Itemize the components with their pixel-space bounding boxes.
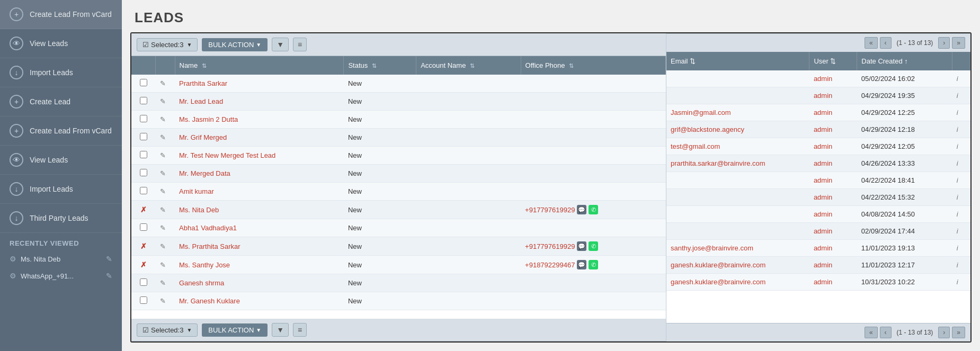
- user-link[interactable]: admin: [814, 142, 832, 150]
- lead-name-link[interactable]: Ms. Jasmin 2 Dutta: [179, 115, 238, 123]
- x-mark[interactable]: ✗: [140, 242, 147, 250]
- recently-item-nita-deb[interactable]: ⚙ Ms. Nita Deb ✎: [0, 250, 122, 267]
- edit-icon-nita[interactable]: ✎: [106, 255, 112, 263]
- lead-name-link[interactable]: Mr. Lead Lead: [179, 97, 223, 105]
- sidebar-item-create-lead[interactable]: + Create Lead: [0, 87, 122, 116]
- sidebar-item-create-lead-vcard-1[interactable]: + Create Lead From vCard: [0, 0, 122, 29]
- th-phone[interactable]: Office Phone ⇅: [521, 56, 665, 75]
- user-link[interactable]: admin: [814, 109, 832, 116]
- recently-item-whatsapp[interactable]: ⚙ WhatsApp_+91... ✎: [0, 267, 122, 284]
- th-email[interactable]: Email ⇅: [666, 52, 809, 70]
- user-link[interactable]: admin: [814, 193, 832, 201]
- lead-name-link[interactable]: Abha1 Vadhadiya1: [179, 224, 237, 232]
- email-link[interactable]: grif@blackstone.agency: [671, 125, 744, 133]
- pag-last-top[interactable]: »: [952, 37, 965, 49]
- user-link[interactable]: admin: [814, 227, 832, 235]
- row-checkbox[interactable]: [140, 223, 147, 231]
- user-link[interactable]: admin: [814, 278, 832, 286]
- user-link[interactable]: admin: [814, 244, 832, 252]
- info-icon[interactable]: i: [957, 125, 958, 133]
- pag-first-bottom[interactable]: «: [865, 327, 878, 338]
- pag-next-bottom[interactable]: ›: [938, 327, 950, 338]
- edit-icon[interactable]: ✎: [160, 206, 166, 214]
- row-checkbox[interactable]: [140, 169, 147, 176]
- edit-icon[interactable]: ✎: [160, 115, 166, 123]
- th-user[interactable]: User ⇅: [809, 52, 857, 70]
- edit-icon[interactable]: ✎: [160, 261, 166, 269]
- whatsapp-icon[interactable]: ✆: [589, 205, 598, 214]
- user-link[interactable]: admin: [814, 176, 832, 184]
- email-link[interactable]: ganesh.kuklare@brainvire.com: [671, 261, 765, 269]
- user-link[interactable]: admin: [814, 125, 832, 133]
- edit-icon[interactable]: ✎: [160, 187, 166, 195]
- pag-prev-bottom[interactable]: ‹: [880, 327, 892, 338]
- row-checkbox[interactable]: [140, 151, 147, 158]
- selected-badge-bottom[interactable]: ☑ Selected:3 ▼: [137, 323, 198, 337]
- info-icon[interactable]: i: [957, 278, 958, 286]
- email-link[interactable]: test@gmail.com: [671, 142, 720, 150]
- pag-last-bottom[interactable]: »: [952, 327, 965, 338]
- selected-badge-top[interactable]: ☑ Selected:3 ▼: [137, 38, 198, 51]
- edit-icon[interactable]: ✎: [160, 224, 166, 232]
- user-link[interactable]: admin: [814, 159, 832, 167]
- row-checkbox[interactable]: [140, 278, 147, 286]
- user-link[interactable]: admin: [814, 92, 832, 100]
- edit-icon-whatsapp[interactable]: ✎: [106, 272, 112, 280]
- info-icon[interactable]: i: [957, 109, 958, 116]
- edit-icon[interactable]: ✎: [160, 151, 166, 159]
- sidebar-item-view-leads-1[interactable]: 👁 View Leads: [0, 29, 122, 58]
- lead-name-link[interactable]: Mr. Merged Data: [179, 169, 230, 177]
- pag-prev-top[interactable]: ‹: [880, 37, 892, 49]
- row-checkbox[interactable]: [140, 79, 147, 86]
- email-link[interactable]: prarthita.sarkar@brainvire.com: [671, 159, 765, 167]
- columns-button-bottom[interactable]: ≡: [293, 323, 307, 337]
- lead-name-link[interactable]: Mr. Grif Merged: [179, 133, 227, 141]
- info-icon[interactable]: i: [957, 92, 958, 100]
- info-icon[interactable]: i: [957, 193, 958, 201]
- lead-name-link[interactable]: Ms. Nita Deb: [179, 206, 219, 214]
- email-link[interactable]: ganesh.kuklare@brainvire.com: [671, 278, 765, 286]
- edit-icon[interactable]: ✎: [160, 169, 166, 177]
- user-link[interactable]: admin: [814, 75, 832, 83]
- whatsapp-icon[interactable]: ✆: [589, 260, 598, 269]
- user-link[interactable]: admin: [814, 261, 832, 269]
- filter-button-top[interactable]: ▼: [272, 38, 289, 51]
- edit-icon[interactable]: ✎: [160, 297, 166, 305]
- phone-link[interactable]: +917797619929: [525, 242, 575, 250]
- lead-name-link[interactable]: Prarthita Sarkar: [179, 79, 227, 87]
- filter-button-bottom[interactable]: ▼: [272, 323, 289, 337]
- info-icon[interactable]: i: [957, 142, 958, 150]
- info-icon[interactable]: i: [957, 159, 958, 167]
- user-link[interactable]: admin: [814, 210, 832, 218]
- row-checkbox[interactable]: [140, 97, 147, 104]
- info-icon[interactable]: i: [957, 75, 958, 83]
- row-checkbox[interactable]: [140, 296, 147, 304]
- sidebar-item-import-leads-1[interactable]: ↓ Import Leads: [0, 58, 122, 87]
- row-checkbox[interactable]: [140, 133, 147, 140]
- lead-name-link[interactable]: Ms. Prarthita Sarkar: [179, 242, 240, 250]
- lead-name-link[interactable]: Amit kumar: [179, 187, 214, 195]
- th-status[interactable]: Status ⇅: [344, 56, 416, 75]
- sidebar-item-create-lead-vcard-2[interactable]: + Create Lead From vCard: [0, 116, 122, 146]
- edit-icon[interactable]: ✎: [160, 79, 166, 87]
- email-link[interactable]: santhy.jose@brainvire.com: [671, 244, 753, 252]
- pag-next-top[interactable]: ›: [938, 37, 950, 49]
- email-link[interactable]: Jasmin@gmail.com: [671, 109, 731, 116]
- info-icon[interactable]: i: [957, 227, 958, 235]
- lead-name-link[interactable]: Mr. Ganesh Kuklare: [179, 297, 240, 305]
- x-mark[interactable]: ✗: [140, 260, 147, 269]
- bulk-action-button-bottom[interactable]: BULK ACTION ▼: [202, 323, 268, 337]
- edit-icon[interactable]: ✎: [160, 242, 166, 250]
- info-icon[interactable]: i: [957, 244, 958, 252]
- row-checkbox[interactable]: [140, 187, 147, 194]
- lead-name-link[interactable]: Ms. Santhy Jose: [179, 261, 230, 269]
- edit-icon[interactable]: ✎: [160, 279, 166, 287]
- lead-name-link[interactable]: Mr. Test New Merged Test Lead: [179, 151, 275, 159]
- columns-button-top[interactable]: ≡: [293, 38, 307, 51]
- phone-link[interactable]: +918792299467: [525, 261, 575, 269]
- th-name[interactable]: Name ⇅: [175, 56, 344, 75]
- sms-icon[interactable]: 💬: [577, 260, 586, 269]
- edit-icon[interactable]: ✎: [160, 133, 166, 141]
- lead-name-link[interactable]: Ganesh shrma: [179, 279, 224, 287]
- x-mark[interactable]: ✗: [140, 205, 147, 214]
